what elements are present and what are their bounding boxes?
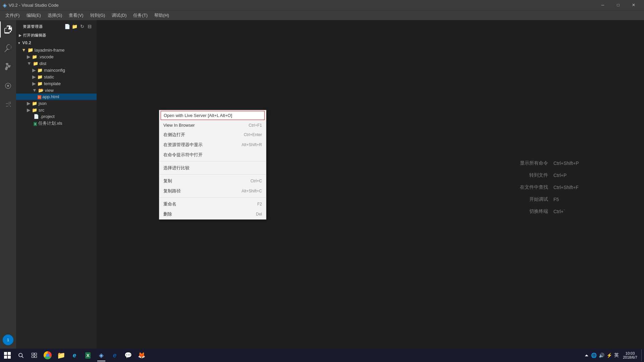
ctx-separator-1 [159,161,266,162]
ctx-copy[interactable]: 复制 Ctrl+C [159,176,266,186]
tree-item-app-html[interactable]: H app.html [16,94,97,100]
tree-item-view[interactable]: ▼ 📂 view [16,87,97,94]
tree-item-vscode[interactable]: ▶ 📁 .vscode [16,53,97,60]
menu-goto[interactable]: 转到(G) [88,11,108,20]
explorer-section: ▶ 打开的编辑器 ▼ V0.2 ▼ 📁 layadmin-frame ▶ 📁 .… [16,32,97,355]
item-label-dist: dist [40,61,46,66]
activity-explorer[interactable] [0,21,16,38]
taskbar-wechat[interactable]: 💬 [122,349,134,361]
tree-item-static[interactable]: ▶ 📁 static [16,73,97,80]
menu-edit[interactable]: 编辑(E) [24,11,44,20]
tree-item-layadmin-frame[interactable]: ▼ 📁 layadmin-frame [16,47,97,53]
tree-item-dist[interactable]: ▼ 📁 dist [16,60,97,67]
sidebar-header: 资源管理器 📄 📁 ↻ ⊟ [16,20,97,32]
ctx-shortcut-copy: Ctrl+C [251,179,262,183]
folder-icon-template: 📁 [37,81,43,86]
ctx-open-terminal[interactable]: 在命令提示符中打开 [159,150,266,160]
open-editors-header[interactable]: ▶ 打开的编辑器 [16,32,97,39]
taskbar-chrome[interactable] [42,349,54,361]
ctx-copy-path[interactable]: 复制路径 Alt+Shift+C [159,186,266,196]
maximize-button[interactable]: □ [610,0,626,10]
activity-debug[interactable] [0,78,16,94]
workspace-chevron: ▼ [17,41,21,45]
workspace-header[interactable]: ▼ V0.2 [16,39,97,47]
item-label-app-html: app.html [43,94,59,99]
tree-item-task-xlsx[interactable]: X 任务计划.xls [16,120,97,127]
ctx-delete[interactable]: 删除 Del [159,209,266,219]
taskbar-files[interactable]: 📁 [55,349,67,361]
shortcut-row-commands: 显示所有命令 Ctrl+Shift+P [520,160,594,166]
taskbar-vscode[interactable]: ◈ [95,349,107,361]
main-layout: ⚙ 1 资源管理器 📄 📁 ↻ ⊟ ▶ 打开的编辑器 ▼ V0.2 [0,20,644,355]
ctx-separator-3 [159,197,266,198]
menu-help[interactable]: 帮助(H) [152,11,172,20]
tree-item-json[interactable]: ▶ 📁 json [16,100,97,107]
tray-volume[interactable]: 🔊 [599,353,604,358]
activity-git[interactable] [0,59,16,75]
ctx-shortcut-view-browser: Ctrl+F1 [249,123,262,128]
ctx-label-copy: 复制 [163,178,172,184]
tray-up-arrow[interactable]: ⏶ [584,353,589,358]
new-file-button[interactable]: 📄 [64,23,70,29]
ctx-shortcut-open-side: Ctrl+Enter [244,132,262,137]
menu-debug[interactable]: 调试(D) [109,11,129,20]
tree-item-project[interactable]: 📄 .project [16,113,97,120]
sidebar-title: 资源管理器 [23,24,43,29]
folder-icon-dist: 📁 [33,61,38,66]
shortcut-key-commands: Ctrl+Shift+P [553,161,594,166]
tray-battery[interactable]: ⚡ [606,353,612,358]
time-display: 10:03 [623,351,637,355]
taskbar-ie[interactable]: e [68,349,80,361]
taskview-button[interactable] [28,349,40,361]
start-button[interactable] [1,349,13,361]
chevron-vscode: ▶ [27,54,31,59]
close-button[interactable]: ✕ [626,0,641,10]
ctx-compare[interactable]: 选择进行比较 [159,163,266,173]
shortcut-label-terminal: 切换终端 [529,208,548,215]
folder-icon-src: 📁 [32,108,37,113]
tree-item-template[interactable]: ▶ 📁 template [16,80,97,87]
taskbar-firefox[interactable]: 🦊 [136,349,148,361]
tree-item-mainconfig[interactable]: ▶ 📁 mainconfig [16,67,97,73]
xlsx-badge: X [34,122,37,126]
svg-rect-9 [35,353,37,355]
ctx-show-explorer[interactable]: 在资源管理器中显示 Alt+Shift+R [159,140,266,150]
refresh-button[interactable]: ↻ [79,23,85,29]
show-desktop-button[interactable] [641,349,643,361]
activity-extensions[interactable] [0,97,16,113]
collapse-button[interactable]: ⊟ [87,23,93,29]
ctx-view-in-browser[interactable]: View In Browser Ctrl+F1 [159,121,266,130]
chevron-view: ▼ [32,87,37,93]
welcome-shortcuts: 显示所有命令 Ctrl+Shift+P 转到文件 Ctrl+P 在文件中查找 C… [520,160,594,215]
ctx-label-open-side: 在侧边打开 [163,132,185,138]
menu-view[interactable]: 查看(V) [66,11,86,20]
ctx-open-live-server[interactable]: Open with Live Server [Alt+L Alt+O] [161,111,265,120]
tray-lang[interactable]: 英 [614,352,619,358]
taskbar-excel[interactable]: X [82,349,94,361]
shortcut-row-find: 在文件中查找 Ctrl+Shift+F [520,184,594,190]
chevron-src: ▶ [27,107,31,113]
tree-item-src[interactable]: ▶ 📁 src [16,107,97,113]
taskbar-edge[interactable]: e [109,349,121,361]
shortcut-row-terminal: 切换终端 Ctrl+` [520,208,594,215]
menu-file[interactable]: 文件(F) [3,11,22,20]
search-button[interactable] [15,349,27,361]
chevron-dist: ▼ [27,61,32,66]
activity-search[interactable] [0,40,16,56]
tray-network[interactable]: 🌐 [591,353,597,358]
datetime-display[interactable]: 10:03 2018/6/7 [621,351,639,360]
ctx-rename[interactable]: 重命名 F2 [159,199,266,209]
menubar: 文件(F) 编辑(E) 选择(S) 查看(V) 转到(G) 调试(D) 任务(T… [0,10,644,20]
folder-icon-layadmin: 📁 [28,47,33,53]
minimize-button[interactable]: ─ [595,0,610,10]
menu-select[interactable]: 选择(S) [45,11,65,20]
item-label-json: json [39,101,47,106]
titlebar-controls: ─ □ ✕ [595,0,641,10]
menu-task[interactable]: 任务(T) [130,11,150,20]
ctx-open-side[interactable]: 在侧边打开 Ctrl+Enter [159,130,266,140]
notification-badge[interactable]: 1 [3,335,13,345]
ctx-shortcut-copy-path: Alt+Shift+C [241,189,262,193]
new-folder-button[interactable]: 📁 [72,23,78,29]
shortcut-label-find: 在文件中查找 [520,184,548,190]
file-icon-xlsx: X [34,121,37,126]
